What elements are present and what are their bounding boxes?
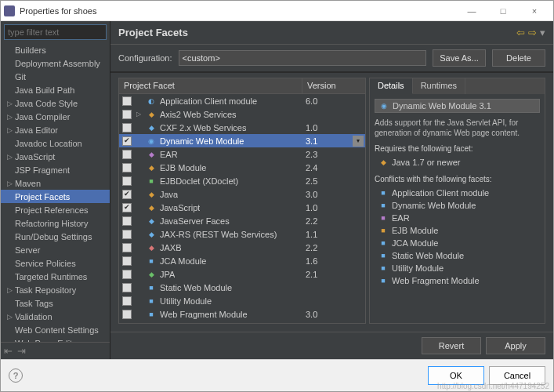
category-tree[interactable]: BuildersDeployment AssemblyGitJava Build… (1, 43, 110, 342)
table-row[interactable]: ◆JPA2.1 (119, 267, 365, 281)
sidebar-item[interactable]: ▷Validation (1, 310, 110, 323)
facet-checkbox[interactable] (122, 203, 132, 212)
tab-runtimes[interactable]: Runtimes (413, 78, 465, 94)
facet-checkbox[interactable] (122, 136, 132, 146)
apply-button[interactable]: Apply (486, 337, 545, 354)
facet-checkbox[interactable] (122, 190, 132, 199)
forward-arrow-icon[interactable]: ⇨ (528, 27, 537, 38)
sidebar-item[interactable]: JSP Fragment (1, 163, 110, 176)
sidebar-item[interactable]: Builders (1, 43, 110, 56)
collapse-right-icon[interactable]: ⇥ (17, 345, 26, 357)
save-as-button[interactable]: Save As... (433, 49, 486, 67)
facet-checkbox[interactable] (122, 230, 132, 239)
table-row[interactable]: ■EJBDoclet (XDoclet)2.5 (119, 174, 365, 187)
facet-checkbox[interactable] (122, 163, 132, 172)
close-button[interactable]: × (519, 2, 550, 20)
facet-checkbox[interactable] (122, 176, 132, 186)
table-row[interactable]: ◆CXF 2.x Web Services1.0 (119, 121, 365, 134)
back-arrow-icon[interactable]: ⇦ (516, 27, 525, 38)
sidebar-item[interactable]: Service Policies (1, 256, 110, 270)
facet-checkbox[interactable] (122, 123, 132, 132)
version-value: 2.5 (306, 176, 317, 186)
tab-details[interactable]: Details (370, 78, 413, 94)
table-row[interactable]: ▷◆Axis2 Web Services (119, 107, 365, 121)
table-row[interactable]: ■JCA Module1.6 (119, 254, 365, 267)
facet-icon: ■ (146, 323, 157, 324)
table-row[interactable]: ◆JAX-RS (REST Web Services)1.1 (119, 227, 365, 241)
facet-checkbox[interactable] (122, 296, 132, 306)
maximize-button[interactable]: □ (487, 2, 519, 20)
facet-checkbox[interactable] (122, 310, 132, 319)
sidebar-item[interactable]: Run/Debug Settings (1, 230, 110, 243)
filter-input[interactable] (4, 24, 107, 40)
sidebar-item[interactable]: Task Tags (1, 296, 110, 310)
tree-label: Git (15, 72, 26, 82)
tree-label: Java Editor (15, 125, 58, 135)
sidebar-item[interactable]: ▷Java Code Style (1, 96, 110, 110)
facet-checkbox[interactable] (122, 243, 132, 252)
menu-drop-icon[interactable]: ▾ (540, 27, 545, 38)
facet-checkbox[interactable] (122, 256, 132, 266)
sidebar-item[interactable]: Project Facets (1, 190, 110, 203)
sidebar-item[interactable]: Web Page Editor (1, 336, 110, 342)
sidebar-footer: ⇤ ⇥ (1, 342, 110, 359)
sidebar-item[interactable]: ▷Maven (1, 176, 110, 190)
category-sidebar: BuildersDeployment AssemblyGitJava Build… (1, 21, 110, 359)
sidebar-item[interactable]: ▷Task Repository (1, 283, 110, 296)
table-row[interactable]: ■Static Web Module (119, 281, 365, 294)
sidebar-item[interactable]: Web Content Settings (1, 323, 110, 336)
facet-label: Utility Module (160, 296, 212, 306)
table-row[interactable]: ◆EAR2.3 (119, 147, 365, 161)
table-row[interactable]: ◆JAXB2.2 (119, 241, 365, 254)
configuration-combo[interactable]: <custom> (179, 50, 427, 66)
properties-dialog: Properties for shoes — □ × BuildersDeplo… (0, 0, 554, 392)
facet-checkbox[interactable] (122, 150, 132, 159)
facet-checkbox[interactable] (122, 323, 132, 324)
chevron-down-icon[interactable]: ▾ (353, 136, 364, 147)
table-body[interactable]: ◐Application Client module6.0▷◆Axis2 Web… (119, 94, 365, 323)
sidebar-item[interactable]: ▷Java Editor (1, 123, 110, 136)
expand-icon: ▷ (7, 313, 15, 321)
col-facet[interactable]: Project Facet (119, 78, 302, 93)
table-row[interactable]: ◆EJB Module2.4 (119, 161, 365, 174)
table-row[interactable]: ■WebDoclet (XDoclet)1.2.3 (119, 321, 365, 323)
facet-checkbox[interactable] (122, 96, 132, 106)
table-row[interactable]: ◆JavaServer Faces2.2 (119, 214, 365, 227)
facet-label: JCA Module (160, 256, 206, 266)
sidebar-item[interactable]: Java Build Path (1, 83, 110, 96)
version-value: 1.1 (306, 230, 317, 239)
table-row[interactable]: ◐Application Client module6.0 (119, 94, 365, 107)
facet-label: Static Web Module (160, 283, 232, 292)
facet-checkbox[interactable] (122, 216, 132, 226)
sidebar-item[interactable]: Deployment Assembly (1, 56, 110, 70)
sidebar-item[interactable]: Refactoring History (1, 216, 110, 230)
table-row[interactable]: ◉Dynamic Web Module3.1▾ (119, 134, 365, 147)
facet-label: Application Client module (160, 96, 257, 106)
facet-checkbox[interactable] (122, 110, 132, 119)
sidebar-item[interactable]: ▷Java Compiler (1, 110, 110, 123)
facet-icon: ◆ (146, 110, 157, 119)
table-row[interactable]: ■Utility Module (119, 294, 365, 307)
sidebar-item[interactable]: Project References (1, 203, 110, 216)
collapse-left-icon[interactable]: ⇤ (4, 345, 13, 357)
col-version[interactable]: Version (302, 78, 365, 93)
sidebar-item[interactable]: Targeted Runtimes (1, 270, 110, 283)
sidebar-item[interactable]: Server (1, 243, 110, 256)
facet-checkbox[interactable] (122, 270, 132, 279)
version-value: 2.2 (306, 216, 317, 226)
sidebar-item[interactable]: Git (1, 70, 110, 83)
table-row[interactable]: ■Web Fragment Module3.0 (119, 307, 365, 321)
list-item: ■Application Client module (378, 187, 540, 199)
expand-icon: ▷ (7, 113, 15, 121)
sidebar-item[interactable]: ▷JavaScript (1, 150, 110, 163)
table-row[interactable]: ◆Java3.0 (119, 187, 365, 201)
sidebar-item[interactable]: Javadoc Location (1, 136, 110, 150)
revert-button[interactable]: Revert (422, 337, 481, 354)
delete-button[interactable]: Delete (492, 49, 545, 67)
minimize-button[interactable]: — (456, 2, 487, 20)
detail-description: Adds support for the Java Servlet API, f… (375, 118, 540, 138)
help-button[interactable]: ? (9, 368, 23, 383)
facet-icon: ◆ (146, 243, 157, 252)
facet-checkbox[interactable] (122, 283, 132, 292)
table-row[interactable]: ◆JavaScript1.0 (119, 201, 365, 214)
